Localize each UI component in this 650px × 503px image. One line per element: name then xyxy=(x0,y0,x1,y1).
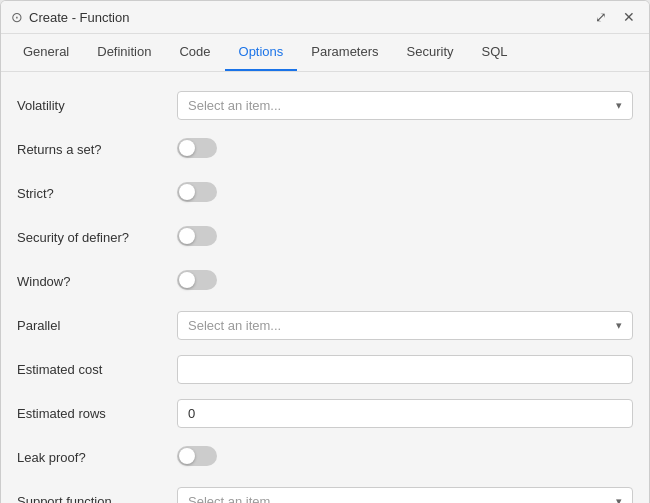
tab-definition[interactable]: Definition xyxy=(83,34,165,71)
support-function-label: Support function xyxy=(17,494,177,504)
support-function-select[interactable]: Select an item... ▾ xyxy=(177,487,633,504)
strict-slider xyxy=(177,182,217,202)
leak-proof-label: Leak proof? xyxy=(17,450,177,465)
tab-code[interactable]: Code xyxy=(165,34,224,71)
security-definer-control xyxy=(177,226,633,249)
title-bar-left: ⊙ Create - Function xyxy=(11,9,129,25)
tab-security[interactable]: Security xyxy=(393,34,468,71)
returns-set-label: Returns a set? xyxy=(17,142,177,157)
dialog-icon: ⊙ xyxy=(11,9,23,25)
leak-proof-control xyxy=(177,446,633,469)
dialog-title: Create - Function xyxy=(29,10,129,25)
returns-set-toggle[interactable] xyxy=(177,138,217,158)
security-definer-slider xyxy=(177,226,217,246)
estimated-cost-row: Estimated cost xyxy=(17,352,633,386)
parallel-row: Parallel Select an item... ▾ xyxy=(17,308,633,342)
window-control xyxy=(177,270,633,293)
estimated-rows-control xyxy=(177,399,633,428)
security-definer-row: Security of definer? xyxy=(17,220,633,254)
tab-parameters[interactable]: Parameters xyxy=(297,34,392,71)
leak-proof-toggle[interactable] xyxy=(177,446,217,466)
support-function-select-box[interactable]: Select an item... ▾ xyxy=(177,487,633,504)
tab-sql[interactable]: SQL xyxy=(468,34,522,71)
support-function-placeholder: Select an item... xyxy=(188,494,281,504)
estimated-rows-row: Estimated rows xyxy=(17,396,633,430)
tab-options[interactable]: Options xyxy=(225,34,298,71)
window-label: Window? xyxy=(17,274,177,289)
strict-label: Strict? xyxy=(17,186,177,201)
title-bar: ⊙ Create - Function ⤢ ✕ xyxy=(1,1,649,34)
volatility-row: Volatility Select an item... ▾ xyxy=(17,88,633,122)
parallel-label: Parallel xyxy=(17,318,177,333)
security-definer-label: Security of definer? xyxy=(17,230,177,245)
tab-general[interactable]: General xyxy=(9,34,83,71)
estimated-cost-control xyxy=(177,355,633,384)
parallel-chevron: ▾ xyxy=(616,319,622,332)
volatility-label: Volatility xyxy=(17,98,177,113)
estimated-rows-label: Estimated rows xyxy=(17,406,177,421)
returns-set-row: Returns a set? xyxy=(17,132,633,166)
strict-toggle[interactable] xyxy=(177,182,217,202)
returns-set-control xyxy=(177,138,633,161)
volatility-chevron: ▾ xyxy=(616,99,622,112)
dialog: ⊙ Create - Function ⤢ ✕ General Definiti… xyxy=(0,0,650,503)
estimated-cost-label: Estimated cost xyxy=(17,362,177,377)
parallel-select-box[interactable]: Select an item... ▾ xyxy=(177,311,633,340)
strict-row: Strict? xyxy=(17,176,633,210)
title-bar-actions: ⤢ ✕ xyxy=(591,7,639,27)
window-row: Window? xyxy=(17,264,633,298)
security-definer-toggle[interactable] xyxy=(177,226,217,246)
window-slider xyxy=(177,270,217,290)
expand-button[interactable]: ⤢ xyxy=(591,7,611,27)
strict-control xyxy=(177,182,633,205)
volatility-select-box[interactable]: Select an item... ▾ xyxy=(177,91,633,120)
parallel-select[interactable]: Select an item... ▾ xyxy=(177,311,633,340)
estimated-cost-input[interactable] xyxy=(177,355,633,384)
window-toggle[interactable] xyxy=(177,270,217,290)
returns-set-slider xyxy=(177,138,217,158)
form-content: Volatility Select an item... ▾ Returns a… xyxy=(1,72,649,503)
estimated-rows-input[interactable] xyxy=(177,399,633,428)
tabs-bar: General Definition Code Options Paramete… xyxy=(1,34,649,72)
support-function-chevron: ▾ xyxy=(616,495,622,504)
leak-proof-row: Leak proof? xyxy=(17,440,633,474)
leak-proof-slider xyxy=(177,446,217,466)
support-function-row: Support function Select an item... ▾ xyxy=(17,484,633,503)
volatility-select[interactable]: Select an item... ▾ xyxy=(177,91,633,120)
parallel-placeholder: Select an item... xyxy=(188,318,281,333)
close-title-button[interactable]: ✕ xyxy=(619,7,639,27)
volatility-placeholder: Select an item... xyxy=(188,98,281,113)
